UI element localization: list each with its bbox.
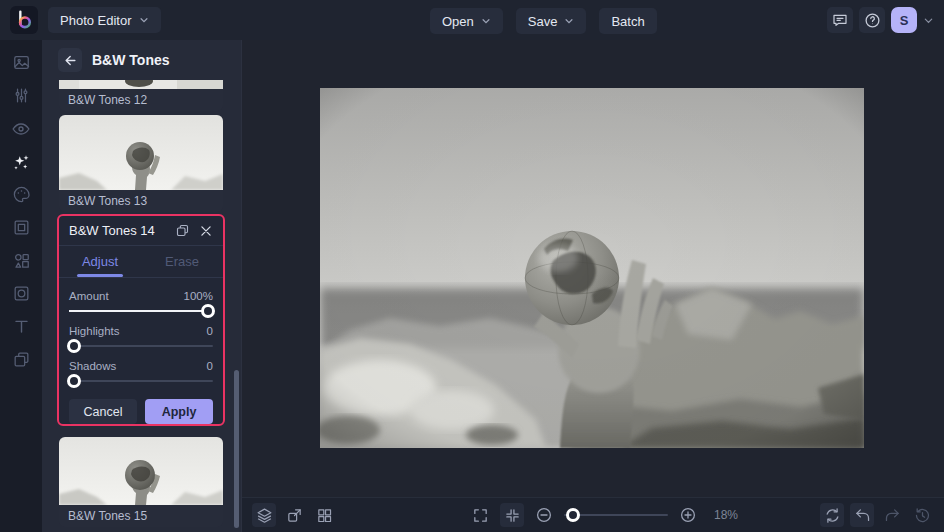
help-button[interactable]: [859, 7, 885, 33]
chevron-down-icon[interactable]: [923, 15, 934, 26]
close-button[interactable]: [199, 224, 213, 238]
open-button[interactable]: Open: [430, 8, 503, 34]
chevron-down-icon: [481, 16, 491, 26]
arrow-left-icon: [63, 53, 78, 68]
sidebar-item-graphics[interactable]: [0, 244, 42, 277]
zoom-controls: 18%: [468, 503, 738, 527]
effect-card-body: Amount 100% Highlights 0: [59, 278, 223, 434]
effect-label: B&W Tones 15: [59, 505, 223, 527]
apply-button[interactable]: Apply: [145, 399, 213, 424]
redo-button[interactable]: [880, 503, 904, 527]
sidebar-rail: [0, 40, 42, 532]
effect-card-header: B&W Tones 14: [59, 216, 223, 246]
tab-adjust[interactable]: Adjust: [59, 246, 141, 277]
zoom-out-button[interactable]: [532, 503, 556, 527]
zoom-slider-thumb[interactable]: [566, 508, 580, 522]
image-icon: [12, 53, 31, 72]
layers-manager-button[interactable]: [252, 503, 276, 527]
chevron-down-icon: [564, 16, 574, 26]
fullscreen-icon: [472, 507, 489, 524]
panel-scrollbar[interactable]: [234, 370, 239, 528]
sidebar-item-artsy[interactable]: [0, 178, 42, 211]
bottombar-right: [820, 503, 934, 527]
effect-thumbnail: [59, 115, 223, 190]
highlights-slider[interactable]: [69, 338, 213, 354]
canvas-area: [242, 40, 944, 497]
slider-fill: [69, 310, 213, 312]
eye-icon: [11, 119, 31, 139]
frame-icon: [12, 218, 31, 237]
redo-icon: [884, 507, 901, 524]
save-label: Save: [528, 14, 558, 29]
shadows-slider[interactable]: [69, 373, 213, 389]
photo-hand-holding-globe[interactable]: [320, 88, 864, 448]
sidebar-item-frames[interactable]: [0, 211, 42, 244]
effect-item-bw-tones-12[interactable]: B&W Tones 12: [59, 80, 223, 111]
batch-button[interactable]: Batch: [599, 8, 656, 34]
tab-erase-label: Erase: [165, 254, 199, 269]
effects-panel: B&W Tones B&W Tones 12: [42, 40, 242, 532]
cancel-button[interactable]: Cancel: [69, 399, 137, 424]
panel-title: B&W Tones: [92, 52, 170, 68]
close-icon: [199, 224, 213, 238]
sidebar-item-layers[interactable]: [0, 343, 42, 376]
undo-icon: [854, 507, 871, 524]
tab-adjust-label: Adjust: [82, 254, 118, 269]
sidebar-item-text[interactable]: [0, 310, 42, 343]
export-button[interactable]: [282, 503, 306, 527]
chevron-down-icon: [139, 15, 149, 25]
sidebar-item-overlays[interactable]: [0, 277, 42, 310]
fit-to-screen-button[interactable]: [500, 503, 524, 527]
amount-slider[interactable]: [69, 303, 213, 319]
shapes-icon: [12, 251, 31, 270]
duplicate-button[interactable]: [175, 223, 190, 238]
palette-icon: [12, 185, 31, 204]
effect-item-bw-tones-13[interactable]: B&W Tones 13: [59, 115, 223, 212]
avatar[interactable]: S: [891, 7, 917, 33]
overlay-icon: [12, 284, 31, 303]
tab-erase[interactable]: Erase: [141, 246, 223, 277]
fullscreen-button[interactable]: [468, 503, 492, 527]
effect-item-bw-tones-15[interactable]: B&W Tones 15: [59, 437, 223, 527]
amount-label: Amount: [69, 290, 109, 302]
effect-card-tabs: Adjust Erase: [59, 246, 223, 278]
feedback-button[interactable]: [827, 7, 853, 33]
avatar-initial: S: [900, 13, 909, 28]
effect-label: B&W Tones 12: [59, 89, 223, 111]
sidebar-item-edit[interactable]: [0, 46, 42, 79]
sidebar-item-effects[interactable]: [0, 145, 42, 178]
highlights-value: 0: [207, 325, 213, 337]
slider-track: [69, 380, 213, 382]
zoom-slider[interactable]: [564, 507, 668, 523]
back-button[interactable]: [58, 48, 82, 72]
topbar: Photo Editor Open Save Batch: [0, 0, 944, 40]
sidebar-item-adjust[interactable]: [0, 79, 42, 112]
slider-thumb[interactable]: [67, 374, 81, 388]
befunky-logo[interactable]: [10, 6, 38, 34]
zoom-level: 18%: [714, 508, 738, 522]
effect-card-bw-tones-14: B&W Tones 14 Adjust Erase: [57, 214, 225, 426]
app-menu-button[interactable]: Photo Editor: [48, 7, 161, 33]
highlights-row: Highlights 0: [69, 325, 213, 337]
effect-label: B&W Tones 13: [59, 190, 223, 212]
sliders-icon: [12, 86, 31, 105]
export-icon: [286, 507, 303, 524]
slider-thumb[interactable]: [67, 339, 81, 353]
history-icon: [914, 507, 931, 524]
duplicate-icon: [175, 223, 190, 238]
zoom-in-button[interactable]: [676, 503, 700, 527]
fit-screen-icon: [504, 507, 521, 524]
topbar-right: S: [827, 7, 934, 33]
layers-icon: [256, 507, 273, 524]
grid-view-button[interactable]: [312, 503, 336, 527]
history-button[interactable]: [910, 503, 934, 527]
save-button[interactable]: Save: [516, 8, 587, 34]
undo-button[interactable]: [850, 503, 874, 527]
open-label: Open: [442, 14, 474, 29]
zoom-in-icon: [679, 506, 697, 524]
effect-thumbnail: [59, 80, 223, 89]
sidebar-item-touchup[interactable]: [0, 112, 42, 145]
feedback-comment-icon: [832, 12, 848, 28]
rotate-reset-button[interactable]: [820, 503, 844, 527]
slider-thumb[interactable]: [201, 304, 215, 318]
